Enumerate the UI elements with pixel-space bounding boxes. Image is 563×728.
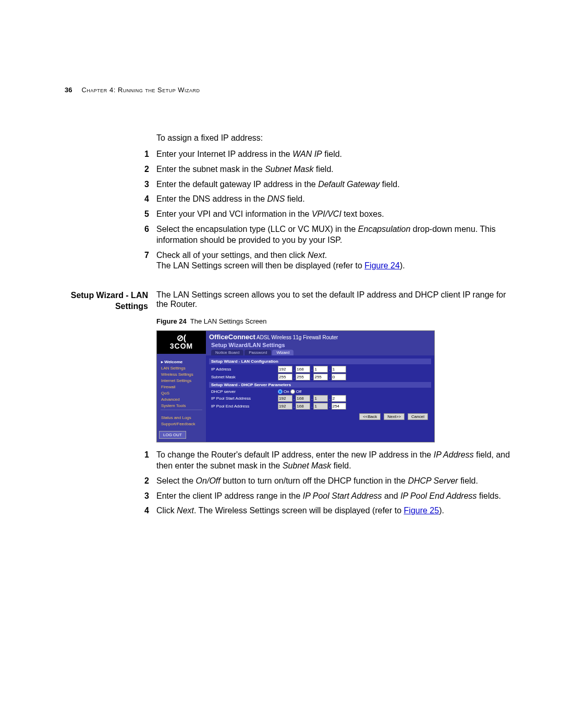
router-screenshot: ⊘( 3COM OfficeConnect ADSL Wireless 11g …: [156, 330, 435, 442]
router-logo: ⊘( 3COM: [157, 331, 206, 354]
oct-end-octet-3[interactable]: [313, 403, 328, 410]
tab-notice-board[interactable]: Notice Board: [211, 350, 243, 355]
next-button[interactable]: Next>>: [384, 413, 405, 420]
oct-start-octet-2[interactable]: [296, 395, 310, 402]
step-item: 7Check all of your settings, and then cl…: [156, 250, 516, 272]
step-item: 5Enter your VPI and VCI information in t…: [156, 209, 516, 220]
oct-sm-octet-2[interactable]: [296, 374, 310, 380]
oct-ip-octet-1[interactable]: [278, 366, 292, 373]
intro-text: To assign a fixed IP address:: [156, 133, 516, 143]
step-item: 6Select the encapsulation type (LLC or V…: [156, 224, 516, 246]
oct-end-octet-1[interactable]: [278, 403, 292, 410]
figure-caption: Figure 24 The LAN Settings Screen: [156, 317, 516, 325]
oct-start-octet-3[interactable]: [313, 395, 328, 402]
steps-list-bottom: 1To change the Router's default IP addre…: [70, 450, 516, 521]
router-title: OfficeConnect ADSL Wireless 11g Firewall…: [206, 333, 434, 341]
step-item: 1To change the Router's default IP addre…: [156, 450, 516, 472]
step-item: 2Enter the subnet mask in the Subnet Mas…: [156, 164, 516, 175]
section-dhcp: Setup Wizard - DHCP Server Parameters: [209, 382, 431, 388]
steps-list-top: 1Enter your Internet IP address in the W…: [70, 149, 516, 276]
oct-sm-octet-1[interactable]: [278, 374, 292, 380]
sidebar-item-system-tools[interactable]: System Tools: [159, 402, 204, 409]
sidebar-item-status-and-logs[interactable]: Status and Logs: [159, 414, 204, 421]
router-sidebar: ▸ WelcomeLAN SettingsWireless SettingsIn…: [157, 355, 206, 442]
ip-address-label: IP Address: [211, 367, 278, 372]
section-heading: Setup Wizard - LAN Settings: [70, 290, 156, 312]
dhcp-on-radio[interactable]: [278, 389, 283, 394]
step-item: 3Enter the default gateway IP address in…: [156, 179, 516, 190]
sidebar-item-lan-settings[interactable]: LAN Settings: [159, 365, 204, 371]
sidebar-item-advanced[interactable]: Advanced: [159, 396, 204, 402]
step-item: 2Select the On/Off button to turn on/tur…: [156, 476, 516, 487]
subnet-mask-label: Subnet Mask: [211, 375, 278, 379]
sidebar-item-internet-settings[interactable]: Internet Settings: [159, 377, 204, 384]
oct-end-octet-2[interactable]: [296, 403, 310, 410]
step-item: 1Enter your Internet IP address in the W…: [156, 149, 516, 160]
oct-sm-octet-3[interactable]: [313, 374, 328, 380]
step-item: 4Enter the DNS address in the DNS field.: [156, 194, 516, 205]
section-lan-config: Setup Wizard - LAN Configuration: [209, 359, 431, 364]
dhcp-off-radio[interactable]: [290, 389, 295, 394]
oct-ip-octet-4[interactable]: [332, 366, 346, 373]
tab-wizard[interactable]: Wizard: [272, 350, 293, 355]
step-item: 4Click Next. The Wireless Settings scree…: [156, 505, 516, 516]
sidebar-item-welcome[interactable]: ▸ Welcome: [159, 359, 204, 365]
section-paragraph: The LAN Settings screen allows you to se…: [156, 290, 516, 309]
oct-end-octet-4[interactable]: [332, 403, 346, 410]
oct-start-octet-1[interactable]: [278, 395, 292, 402]
logout-button[interactable]: LOG OUT: [159, 431, 186, 439]
sidebar-item-wireless-settings[interactable]: Wireless Settings: [159, 371, 204, 377]
sidebar-item-qos[interactable]: QoS: [159, 390, 204, 396]
sidebar-item-support-feedback[interactable]: Support/Feedback: [159, 421, 204, 427]
oct-ip-octet-2[interactable]: [296, 366, 310, 373]
cancel-button[interactable]: Cancel: [408, 413, 428, 420]
chapter-title: Chapter 4: Running the Setup Wizard: [81, 86, 200, 94]
tab-password[interactable]: Password: [244, 350, 271, 355]
step-item: 3Enter the client IP address range in th…: [156, 491, 516, 502]
oct-sm-octet-4[interactable]: [332, 374, 346, 380]
ip-pool-end-label: IP Pool End Address: [211, 404, 278, 409]
page-number: 36: [65, 86, 72, 94]
oct-start-octet-4[interactable]: [332, 395, 346, 402]
dhcp-server-label: DHCP server: [211, 389, 278, 394]
back-button[interactable]: <<Back: [359, 413, 381, 420]
oct-ip-octet-3[interactable]: [313, 366, 328, 373]
running-header: 36 Chapter 4: Running the Setup Wizard: [0, 86, 563, 94]
sidebar-item-firewall[interactable]: Firewall: [159, 384, 204, 390]
ip-pool-start-label: IP Pool Start Address: [211, 396, 278, 401]
router-subtitle: Setup Wizard/LAN Settings: [206, 341, 434, 350]
